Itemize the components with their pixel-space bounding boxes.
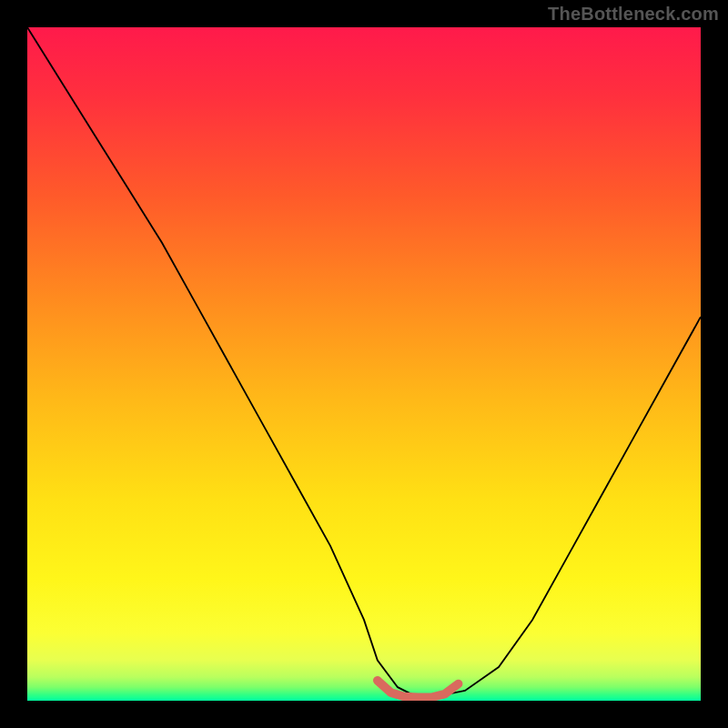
plot-area <box>27 27 701 701</box>
curve-svg <box>27 27 701 701</box>
chart-stage: TheBottleneck.com #ff1a4b #00ffa2 <box>0 0 728 728</box>
watermark-text: TheBottleneck.com <box>548 4 719 25</box>
optimal-band-path <box>378 681 459 698</box>
bottleneck-curve-path <box>27 27 701 697</box>
